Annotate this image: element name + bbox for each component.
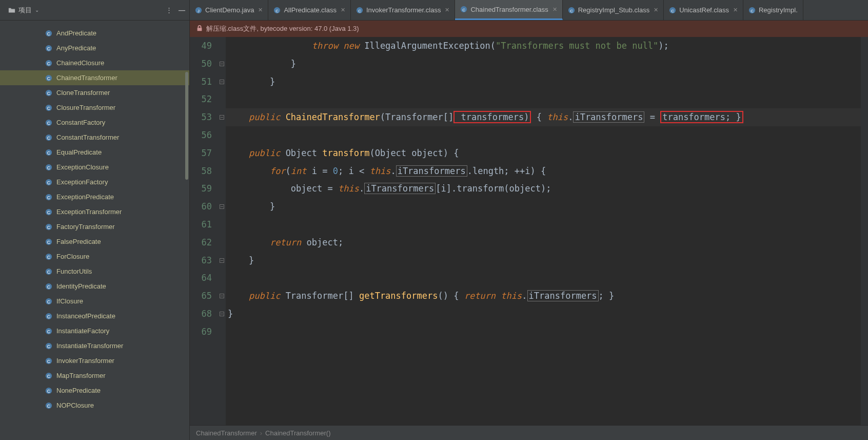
fold-marker[interactable] bbox=[219, 293, 225, 299]
tree-item-instantiatefactory[interactable]: CInstantiateFactory bbox=[0, 323, 189, 338]
code-line[interactable]: } bbox=[226, 252, 861, 270]
tab-invokertransformer-class[interactable]: CInvokerTransformer.class✕ bbox=[351, 0, 455, 20]
tree-item-invokertransformer[interactable]: CInvokerTransformer bbox=[0, 353, 189, 368]
tree-item-nopclosure[interactable]: CNOPClosure bbox=[0, 398, 189, 413]
code-line[interactable]: } bbox=[226, 305, 861, 323]
tree-item-label: ExceptionPredicate bbox=[56, 193, 114, 201]
tree-item-label: NOPClosure bbox=[56, 401, 94, 409]
svg-text:C: C bbox=[47, 31, 50, 36]
tree-item-falsepredicate[interactable]: CFalsePredicate bbox=[0, 234, 189, 249]
breadcrumb-method[interactable]: ChainedTransformer() bbox=[265, 429, 330, 437]
fold-marker[interactable] bbox=[219, 204, 225, 209]
tree-item-constantfactory[interactable]: CConstantFactory bbox=[0, 115, 189, 130]
code-line[interactable]: throw new IllegalArgumentException("Tran… bbox=[226, 37, 861, 55]
project-selector[interactable]: 项目 ⌄ bbox=[4, 4, 43, 17]
class-icon: C bbox=[45, 253, 52, 260]
fold-marker[interactable] bbox=[219, 114, 225, 120]
svg-text:C: C bbox=[47, 120, 50, 125]
tree-item-label: InvokerTransformer bbox=[56, 357, 114, 365]
more-icon[interactable]: ⋮ bbox=[166, 6, 172, 14]
tab-close-icon[interactable]: ✕ bbox=[654, 7, 658, 13]
code-line[interactable] bbox=[226, 216, 861, 234]
tree-item-exceptiontransformer[interactable]: CExceptionTransformer bbox=[0, 204, 189, 219]
tree-item-label: ChainedTransformer bbox=[56, 74, 117, 82]
code-line[interactable]: } bbox=[226, 73, 861, 91]
tree-item-exceptionpredicate[interactable]: CExceptionPredicate bbox=[0, 189, 189, 204]
editor-scrollbar[interactable] bbox=[861, 37, 868, 425]
tree-item-andpredicate[interactable]: CAndPredicate bbox=[0, 26, 189, 41]
code-line[interactable] bbox=[226, 90, 861, 108]
fold-marker[interactable] bbox=[219, 79, 225, 85]
tab-label: AllPredicate.class bbox=[284, 6, 337, 14]
tab-close-icon[interactable]: ✕ bbox=[341, 7, 345, 13]
code-line[interactable]: public Object transform(Object object) { bbox=[226, 144, 861, 162]
tab-close-icon[interactable]: ✕ bbox=[445, 7, 449, 13]
tree-item-factorytransformer[interactable]: CFactoryTransformer bbox=[0, 219, 189, 234]
class-icon: C bbox=[45, 30, 52, 37]
project-tree[interactable]: CAndPredicateCAnyPredicateCChainedClosur… bbox=[0, 21, 189, 440]
tab-close-icon[interactable]: ✕ bbox=[733, 7, 738, 13]
minimize-icon[interactable]: — bbox=[179, 6, 185, 14]
tab-clientdemo-java[interactable]: JClientDemo.java✕ bbox=[190, 0, 268, 20]
svg-text:C: C bbox=[47, 224, 50, 229]
code-line[interactable]: for(int i = 0; i < this.iTransformers.le… bbox=[226, 162, 861, 180]
tree-item-maptransformer[interactable]: CMapTransformer bbox=[0, 368, 189, 383]
tree-item-label: FalsePredicate bbox=[56, 238, 101, 245]
code-line[interactable]: object = this.iTransformers[i].transform… bbox=[226, 180, 861, 198]
tree-item-chainedtransformer[interactable]: CChainedTransformer bbox=[0, 70, 189, 85]
code-line[interactable]: } bbox=[226, 55, 861, 73]
tree-item-equalpredicate[interactable]: CEqualPredicate bbox=[0, 145, 189, 160]
code-line[interactable]: public Transformer[] getTransformers() {… bbox=[226, 287, 861, 305]
tree-item-chainedclosure[interactable]: CChainedClosure bbox=[0, 55, 189, 70]
code-line[interactable]: } bbox=[226, 198, 861, 216]
tree-item-label: AnyPredicate bbox=[56, 44, 96, 52]
class-icon: C bbox=[45, 372, 52, 379]
breadcrumb-class[interactable]: ChainedTransformer bbox=[196, 429, 257, 437]
tree-item-exceptionclosure[interactable]: CExceptionClosure bbox=[0, 160, 189, 175]
tab-registryimpl-stub-class[interactable]: CRegistryImpl_Stub.class✕ bbox=[563, 0, 664, 20]
svg-text:C: C bbox=[751, 8, 754, 13]
tree-item-exceptionfactory[interactable]: CExceptionFactory bbox=[0, 175, 189, 189]
tab-chainedtransformer-class[interactable]: CChainedTransformer.class✕ bbox=[455, 0, 562, 20]
code-editor[interactable]: 4950515253565758596061626364656869 throw… bbox=[190, 37, 868, 425]
svg-text:C: C bbox=[276, 8, 279, 13]
fold-marker[interactable] bbox=[219, 311, 225, 317]
breadcrumb[interactable]: ChainedTransformer › ChainedTransformer(… bbox=[190, 425, 868, 440]
line-number: 63 bbox=[190, 252, 212, 270]
fold-marker[interactable] bbox=[219, 258, 225, 263]
class-icon: C bbox=[45, 298, 52, 305]
line-number: 57 bbox=[190, 144, 212, 162]
tree-item-nonepredicate[interactable]: CNonePredicate bbox=[0, 383, 189, 398]
class-icon: C bbox=[356, 7, 363, 14]
tree-item-identitypredicate[interactable]: CIdentityPredicate bbox=[0, 279, 189, 294]
fold-marker[interactable] bbox=[219, 61, 225, 67]
tree-item-clonetransformer[interactable]: CCloneTransformer bbox=[0, 85, 189, 100]
tab-registryimpl-[interactable]: CRegistryImpl. bbox=[743, 0, 803, 20]
tree-item-ifclosure[interactable]: CIfClosure bbox=[0, 294, 189, 309]
line-number: 69 bbox=[190, 323, 212, 341]
class-icon: C bbox=[45, 328, 52, 335]
tab-close-icon[interactable]: ✕ bbox=[553, 6, 557, 13]
tree-item-anypredicate[interactable]: CAnyPredicate bbox=[0, 41, 189, 55]
tree-item-closuretransformer[interactable]: CClosureTransformer bbox=[0, 100, 189, 115]
scrollbar-thumb[interactable] bbox=[185, 72, 188, 180]
tree-item-forclosure[interactable]: CForClosure bbox=[0, 249, 189, 264]
code-line[interactable]: return object; bbox=[226, 234, 861, 252]
tree-item-instantiatetransformer[interactable]: CInstantiateTransformer bbox=[0, 338, 189, 353]
tree-item-label: IdentityPredicate bbox=[56, 282, 106, 290]
tree-item-instanceofpredicate[interactable]: CInstanceofPredicate bbox=[0, 309, 189, 323]
tab-unicastref-class[interactable]: CUnicastRef.class✕ bbox=[664, 0, 743, 20]
code-line[interactable] bbox=[226, 341, 861, 359]
code-line[interactable] bbox=[226, 269, 861, 287]
tree-item-functorutils[interactable]: CFunctorUtils bbox=[0, 264, 189, 279]
code-text[interactable]: throw new IllegalArgumentException("Tran… bbox=[226, 37, 861, 425]
tab-close-icon[interactable]: ✕ bbox=[258, 7, 263, 13]
line-gutter: 4950515253565758596061626364656869 bbox=[190, 37, 218, 425]
tab-allpredicate-class[interactable]: CAllPredicate.class✕ bbox=[268, 0, 351, 20]
code-line[interactable]: public ChainedTransformer(Transformer[] … bbox=[226, 108, 861, 126]
code-line[interactable] bbox=[226, 323, 861, 341]
fold-strip[interactable] bbox=[218, 37, 226, 425]
tree-item-constanttransformer[interactable]: CConstantTransformer bbox=[0, 130, 189, 145]
class-icon: C bbox=[45, 179, 52, 186]
code-line[interactable] bbox=[226, 126, 861, 144]
